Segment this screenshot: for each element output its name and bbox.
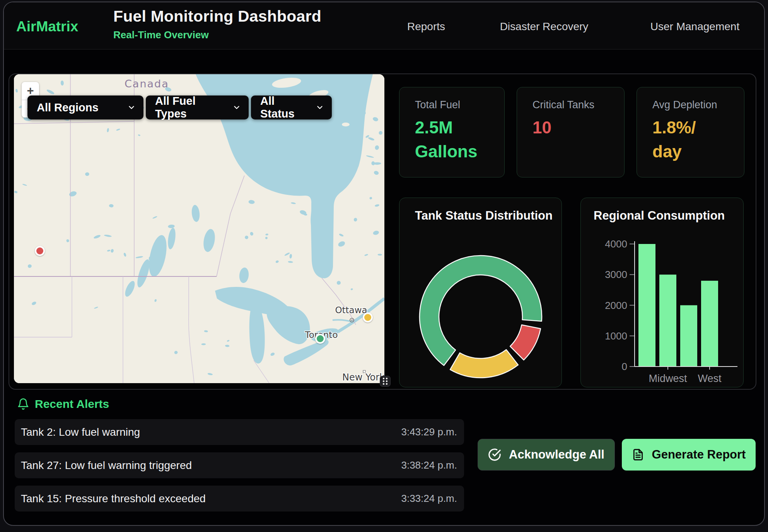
bar-0 <box>638 244 655 367</box>
file-text-icon <box>632 448 644 461</box>
marker-critical[interactable] <box>35 246 45 256</box>
generate-report-label: Generate Report <box>652 448 746 462</box>
acknowledge-all-label: Acknowledge All <box>509 448 604 462</box>
stat-value-line: 10 <box>532 116 624 140</box>
status-filter-dropdown[interactable]: All Status <box>251 95 332 119</box>
map-label-new-york: New York <box>342 372 384 383</box>
regional-consumption-card: Regional Consumption 01000200030004000Mi… <box>580 198 744 387</box>
bar-3 <box>701 281 718 367</box>
alert-row[interactable]: Tank 27: Low fuel warning triggered 3:38… <box>15 452 464 478</box>
bell-icon <box>17 398 29 410</box>
stat-value-line: 1.8%/ <box>652 116 744 140</box>
acknowledge-all-button[interactable]: Acknowledge All <box>478 439 615 471</box>
brand-logo: AirMatrix <box>16 19 78 35</box>
bar-1 <box>659 275 676 367</box>
drag-dots-icon <box>382 377 388 385</box>
chevron-down-icon <box>127 103 136 112</box>
stat-card-avg-depletion: Avg Depletion 1.8%/ day <box>637 87 744 177</box>
fuel-map[interactable]: Canada Ottawa Toronto New York + − All R… <box>14 74 384 383</box>
generate-report-button[interactable]: Generate Report <box>622 439 756 471</box>
stat-value-line: day <box>652 140 744 164</box>
stat-label: Avg Depletion <box>652 99 744 111</box>
alert-row[interactable]: Tank 2: Low fuel warning 3:43:29 p.m. <box>15 419 464 445</box>
stat-label: Total Fuel <box>415 99 504 111</box>
stat-value-line: 2.5M <box>415 116 504 140</box>
alert-row[interactable]: Tank 15: Pressure threshold exceeded 3:3… <box>15 486 464 512</box>
fuel-type-filter-value: All Fuel Types <box>155 95 226 120</box>
region-filter-dropdown[interactable]: All Regions <box>27 95 143 119</box>
alert-text: Tank 27: Low fuel warning triggered <box>21 459 192 472</box>
map-label-ottawa: Ottawa <box>335 305 367 315</box>
recent-alerts-title: Recent Alerts <box>35 397 109 411</box>
bar-2 <box>680 305 697 367</box>
alert-timestamp: 3:43:29 p.m. <box>401 426 457 438</box>
map-filters: All Regions All Fuel Types All Status <box>27 95 332 119</box>
x-axis-tick-label: Midwest <box>649 373 687 384</box>
nav-item-reports[interactable]: Reports <box>407 20 445 33</box>
status-filter-value: All Status <box>260 95 309 120</box>
map-canvas: Canada Ottawa Toronto New York <box>14 74 384 383</box>
alert-timestamp: 3:33:24 p.m. <box>401 493 457 505</box>
alert-timestamp: 3:38:24 p.m. <box>401 459 457 471</box>
tank-status-distribution-card: Tank Status Distribution <box>399 198 562 387</box>
marker-warning[interactable] <box>363 312 373 322</box>
header: AirMatrix Fuel Monitoring Dashboard Real… <box>4 2 764 49</box>
y-axis-tick-label: 4000 <box>605 238 627 250</box>
chevron-down-icon <box>316 103 324 112</box>
y-axis-tick-label: 2000 <box>605 300 627 311</box>
y-axis-tick-label: 0 <box>622 361 627 372</box>
check-circle-icon <box>488 448 501 461</box>
donut-segment-warning <box>450 350 518 378</box>
stat-value: 1.8%/ day <box>652 116 744 164</box>
alert-text: Tank 2: Low fuel warning <box>21 426 140 438</box>
chevron-down-icon <box>232 103 241 112</box>
stat-value: 10 <box>532 116 624 140</box>
y-axis-tick-label: 1000 <box>605 330 627 342</box>
marker-normal[interactable] <box>315 334 325 344</box>
stat-value: 2.5M Gallons <box>415 116 504 164</box>
stat-card-total-fuel: Total Fuel 2.5M Gallons <box>399 87 505 177</box>
tank-status-donut-chart <box>399 198 562 388</box>
stat-label: Critical Tanks <box>532 99 624 111</box>
page-title: Fuel Monitoring Dashboard <box>113 7 321 26</box>
recent-alerts-heading: Recent Alerts <box>17 397 109 411</box>
fuel-type-filter-dropdown[interactable]: All Fuel Types <box>146 95 249 119</box>
x-axis-tick-label: West <box>698 373 722 384</box>
title-block: Fuel Monitoring Dashboard Real-Time Over… <box>113 7 321 41</box>
stat-card-critical-tanks: Critical Tanks 10 <box>517 87 625 177</box>
fuel-monitoring-dashboard: AirMatrix Fuel Monitoring Dashboard Real… <box>0 0 768 532</box>
nav-item-disaster-recovery[interactable]: Disaster Recovery <box>500 20 589 33</box>
stat-value-line: Gallons <box>415 140 504 164</box>
regional-consumption-bar-chart: 01000200030004000MidwestWest <box>581 198 744 388</box>
page-subtitle: Real-Time Overview <box>113 29 321 41</box>
map-resize-handle[interactable] <box>380 376 391 387</box>
region-filter-value: All Regions <box>37 101 99 114</box>
nav-item-user-management[interactable]: User Management <box>650 20 739 33</box>
alert-text: Tank 15: Pressure threshold exceeded <box>21 493 206 505</box>
map-label-canada: Canada <box>125 78 169 90</box>
donut-segment-critical <box>510 325 541 360</box>
y-axis-tick-label: 3000 <box>605 269 627 280</box>
